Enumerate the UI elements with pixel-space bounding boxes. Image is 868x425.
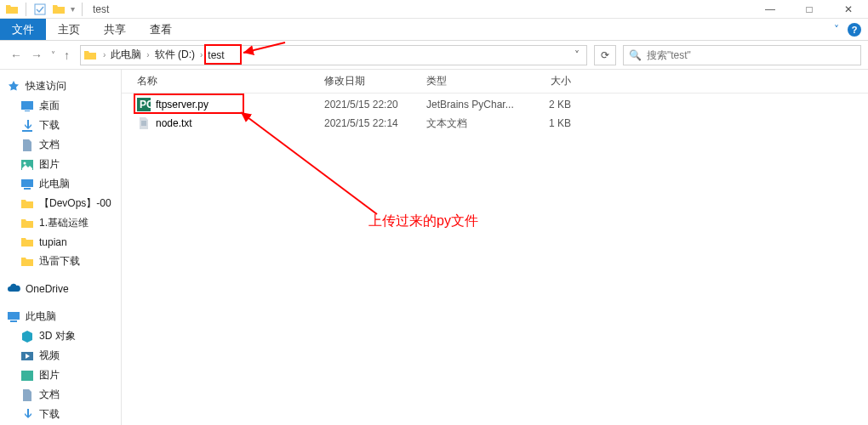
close-button[interactable]: ✕ — [829, 0, 868, 19]
svg-rect-11 — [21, 371, 33, 381]
sidebar-item-documents[interactable]: 文档 — [0, 135, 121, 155]
sidebar-item-folder[interactable]: 1.基础运维 — [0, 213, 121, 233]
sidebar-item-label: 视频 — [39, 348, 60, 363]
sidebar-item-downloads[interactable]: 下载 — [0, 405, 121, 424]
sidebar-item-documents[interactable]: 文档 — [0, 385, 121, 405]
up-button[interactable]: ↑ — [64, 48, 70, 62]
recent-locations-icon[interactable]: ˅ — [51, 50, 55, 60]
column-name[interactable]: 名称 — [137, 74, 324, 88]
table-row[interactable]: node.txt2021/5/15 22:14文本文档1 KB — [122, 114, 868, 133]
svg-point-5 — [24, 162, 26, 164]
search-box[interactable]: 🔍 — [623, 45, 861, 65]
cloud-icon — [7, 282, 20, 296]
sidebar-item-desktop[interactable]: 桌面 — [0, 96, 121, 116]
qat-dropdown-icon[interactable]: ▾ — [71, 4, 75, 14]
sidebar-item-label: 1.基础运维 — [39, 216, 89, 230]
address-dropdown-icon[interactable]: ˅ — [569, 49, 585, 61]
help-icon[interactable]: ? — [848, 23, 861, 37]
document-icon — [20, 139, 34, 152]
sidebar-onedrive[interactable]: OneDrive — [0, 280, 121, 298]
sidebar-item-label: 此电脑 — [26, 309, 56, 324]
svg-rect-3 — [22, 130, 32, 132]
download-icon — [20, 119, 34, 133]
window-title: test — [93, 3, 109, 15]
svg-rect-6 — [21, 179, 33, 187]
pc-icon — [20, 178, 34, 191]
sidebar-item-label: 文档 — [39, 138, 60, 152]
sidebar-item-label: 文档 — [39, 388, 60, 402]
sidebar-item-label: OneDrive — [26, 283, 69, 295]
file-date: 2021/5/15 22:20 — [324, 99, 426, 110]
tab-home[interactable]: 主页 — [46, 19, 92, 40]
search-input[interactable] — [647, 49, 855, 61]
file-date: 2021/5/15 22:14 — [324, 117, 426, 129]
tab-view[interactable]: 查看 — [138, 19, 184, 40]
column-type[interactable]: 类型 — [426, 74, 520, 88]
sidebar-item-pictures[interactable]: 图片 — [0, 366, 121, 385]
sidebar-item-3d[interactable]: 3D 对象 — [0, 326, 121, 346]
breadcrumb-item[interactable]: 此电脑 — [107, 46, 145, 65]
ribbon: 文件 主页 共享 查看 ˅ ? — [0, 19, 868, 41]
breadcrumb-sep: › — [101, 50, 107, 60]
folder-icon — [20, 197, 34, 211]
checkbox-icon[interactable] — [33, 3, 47, 16]
file-size: 1 KB — [520, 117, 571, 129]
sidebar-item-label: 下载 — [39, 407, 60, 422]
folder-icon[interactable] — [52, 3, 66, 16]
sidebar-item-label: 迅雷下载 — [39, 254, 80, 269]
nav-buttons: ← → ˅ ↑ — [7, 48, 73, 62]
ribbon-expand-icon[interactable]: ˅ — [834, 24, 839, 36]
document-icon — [20, 388, 34, 402]
breadcrumb-sep: › — [198, 50, 204, 60]
refresh-button[interactable]: ⟳ — [594, 45, 616, 65]
table-row[interactable]: PCftpserver.py2021/5/15 22:20JetBrains P… — [122, 95, 868, 114]
navigation-bar: ← → ˅ ↑ › 此电脑 › 软件 (D:) › test ˅ ⟳ 🔍 — [0, 41, 868, 70]
sidebar-item-pictures[interactable]: 图片 — [0, 155, 121, 174]
video-icon — [20, 349, 34, 363]
file-size: 2 KB — [520, 99, 571, 110]
back-button[interactable]: ← — [10, 48, 22, 62]
sidebar-item-label: 此电脑 — [39, 177, 70, 191]
file-type: JetBrains PyChar... — [426, 99, 520, 110]
column-date[interactable]: 修改日期 — [324, 74, 426, 88]
breadcrumb-item[interactable]: test — [204, 46, 227, 65]
breadcrumb-sep: › — [145, 50, 151, 60]
window-controls: — □ ✕ — [751, 0, 868, 19]
sidebar-item-folder[interactable]: 【DevOps】-00 — [0, 194, 121, 213]
file-tab[interactable]: 文件 — [0, 19, 46, 40]
sidebar-item-folder[interactable]: 迅雷下载 — [0, 252, 121, 271]
address-bar[interactable]: › 此电脑 › 软件 (D:) › test ˅ — [80, 45, 587, 65]
breadcrumb-item[interactable]: 软件 (D:) — [151, 46, 198, 65]
sidebar-item-videos[interactable]: 视频 — [0, 346, 121, 366]
picture-icon — [20, 369, 34, 382]
file-name: ftpserver.py — [156, 99, 208, 110]
sidebar-item-label: 图片 — [39, 368, 60, 382]
column-size[interactable]: 大小 — [520, 74, 571, 88]
maximize-button[interactable]: □ — [790, 0, 829, 19]
sidebar-item-label: 桌面 — [39, 99, 60, 113]
svg-rect-9 — [10, 320, 17, 322]
folder-icon — [5, 3, 19, 16]
sidebar-item-downloads[interactable]: 下载 — [0, 116, 121, 135]
tab-share[interactable]: 共享 — [92, 19, 138, 40]
minimize-button[interactable]: — — [751, 0, 790, 19]
quick-access-toolbar: ▾ test — [0, 3, 114, 16]
forward-button[interactable]: → — [31, 48, 43, 62]
file-list-pane: 名称 修改日期 类型 大小 PCftpserver.py2021/5/15 22… — [122, 70, 868, 425]
cube-icon — [20, 330, 34, 343]
file-type: 文本文档 — [426, 116, 520, 131]
sidebar-item-label: 【DevOps】-00 — [39, 196, 111, 211]
sidebar-item-label: tupian — [39, 236, 67, 248]
folder-icon — [20, 217, 34, 230]
sidebar[interactable]: 快速访问 桌面 下载 文档 图片 此电脑 【DevOps】-00 1.基础运维 … — [0, 70, 122, 425]
search-icon: 🔍 — [629, 49, 642, 61]
separator — [82, 3, 83, 16]
sidebar-item-folder[interactable]: tupian — [0, 233, 121, 252]
file-name: node.txt — [156, 117, 192, 129]
sidebar-quick-access[interactable]: 快速访问 — [0, 76, 121, 96]
svg-rect-0 — [35, 4, 45, 14]
column-headers[interactable]: 名称 修改日期 类型 大小 — [122, 70, 868, 94]
folder-icon — [83, 48, 98, 63]
sidebar-thispc-head[interactable]: 此电脑 — [0, 307, 121, 326]
sidebar-item-thispc[interactable]: 此电脑 — [0, 174, 121, 194]
